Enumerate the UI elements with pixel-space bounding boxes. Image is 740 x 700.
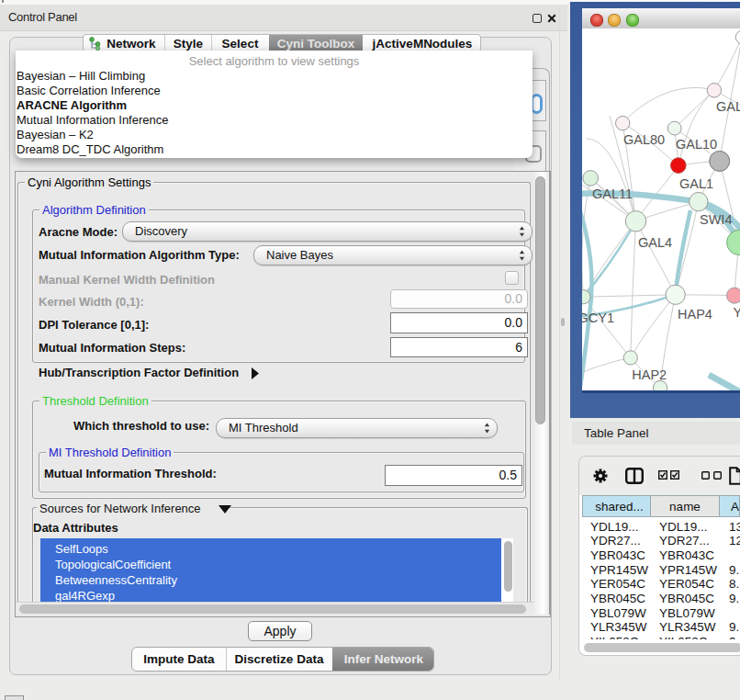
svg-text:HAP4: HAP4 [678, 307, 712, 322]
svg-text:GAL11: GAL11 [592, 186, 633, 201]
svg-text:GAL1: GAL1 [679, 176, 713, 191]
svg-text:HAP2: HAP2 [632, 367, 667, 382]
svg-text:GAL80: GAL80 [623, 132, 665, 147]
svg-text:GCY1: GCY1 [582, 310, 614, 325]
svg-text:GAL4: GAL4 [638, 235, 672, 250]
svg-text:GAL10: GAL10 [676, 137, 717, 152]
svg-text:GAL7: GAL7 [716, 99, 740, 114]
svg-text:SWI4: SWI4 [700, 212, 732, 227]
svg-text:Y: Y [734, 305, 740, 320]
